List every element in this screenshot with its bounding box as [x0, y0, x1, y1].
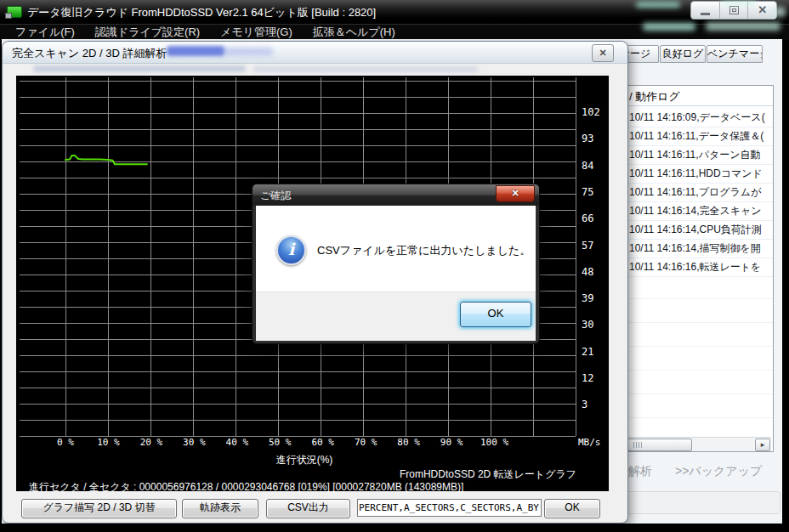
- y-axis-tick: 3: [582, 399, 609, 410]
- window-title: データ復旧クラウド FromHDDtoSSD Ver2.1 64ビット版 [Bu…: [27, 5, 376, 20]
- trace-display-button[interactable]: 軌跡表示: [182, 499, 258, 518]
- log-list: 10/11 14:16:09,データベース(10/11 14:16:11,データ…: [626, 108, 773, 431]
- y-axis-tick: 75: [582, 186, 609, 198]
- y-axis-tick: 84: [582, 160, 609, 172]
- redaction-smudge: [636, 2, 680, 8]
- dialog-close-button[interactable]: ✕: [496, 185, 535, 202]
- tab-good-log[interactable]: 良好ログ: [660, 45, 706, 63]
- dialog-title: ご確認: [260, 189, 291, 203]
- csv-export-button[interactable]: CSV出力: [266, 499, 350, 518]
- menu-drive-settings[interactable]: 認識ドライブ設定(R): [90, 25, 205, 40]
- redaction-smudge: [222, 48, 273, 55]
- info-icon: i: [276, 235, 306, 265]
- redaction-smudge: [167, 46, 224, 56]
- menu-memory[interactable]: メモリ管理(G): [215, 25, 298, 40]
- operation-log-panel: / 動作ログ 10/11 14:16:09,データベース(10/11 14:16…: [625, 85, 774, 452]
- scrollbar-grip-icon: [633, 442, 642, 448]
- divider: [626, 105, 773, 106]
- restore-icon: [729, 6, 739, 14]
- close-icon: ✕: [758, 3, 767, 18]
- empty-row-line: [626, 298, 773, 299]
- log-entry[interactable]: 10/11 14:16:14,完全スキャン: [626, 201, 774, 221]
- app-icon: [7, 6, 22, 18]
- redaction-smudge: [33, 65, 246, 72]
- link-backup[interactable]: >>バックアップ: [675, 464, 762, 479]
- y-axis-tick: 66: [582, 212, 609, 224]
- redaction-smudge: [706, 22, 780, 31]
- log-entry[interactable]: 10/11 14:16:14,描写制御を開: [626, 239, 774, 258]
- sector-progress-status: 進行セクタ / 全セクタ : 0000056976128 / 000029304…: [29, 480, 463, 495]
- x-axis-tick: 0 %: [47, 437, 84, 448]
- empty-row-line: [626, 370, 773, 371]
- empty-row-line: [626, 417, 773, 418]
- log-entry[interactable]: 10/11 14:16:09,データベース(: [626, 108, 774, 127]
- redaction-smudge: [774, 7, 786, 17]
- application-window: データ復旧クラウド FromHDDtoSSD Ver2.1 64ビット版 [Bu…: [0, 0, 789, 532]
- redaction-smudge: [721, 0, 757, 5]
- log-entry[interactable]: 10/11 14:16:16,転送レートを: [626, 258, 774, 277]
- y-axis-tick: 39: [582, 292, 609, 304]
- minimize-button[interactable]: [691, 2, 720, 19]
- dialog-footer: OK: [256, 291, 536, 341]
- toggle-2d3d-button[interactable]: グラフ描写 2D / 3D 切替: [21, 499, 177, 518]
- dialog-message: CSVファイルを正常に出力いたしました。: [317, 243, 531, 258]
- empty-row-line: [626, 346, 773, 347]
- redaction-smudge: [643, 23, 695, 31]
- scan-ok-button[interactable]: OK: [544, 499, 600, 518]
- x-axis-tick: 50 %: [261, 437, 298, 448]
- x-axis-tick: 60 %: [304, 437, 342, 448]
- scrollbar-right-arrow[interactable]: ▸: [755, 439, 770, 451]
- scrollbar-thumb[interactable]: [627, 439, 692, 451]
- x-axis-tick: 70 %: [347, 437, 384, 448]
- log-entry[interactable]: 10/11 14:16:11,プログラムが: [626, 183, 774, 202]
- link-analysis[interactable]: 解析: [628, 464, 652, 479]
- y-axis-tick: 48: [582, 266, 609, 278]
- scan-window-close-button[interactable]: ✕: [592, 44, 614, 62]
- log-entry[interactable]: 10/11 14:16:11,パターン自動: [626, 145, 774, 165]
- csv-columns-input[interactable]: [357, 499, 542, 517]
- tab-benchmark[interactable]: ベンチマーク: [707, 45, 763, 63]
- y-axis-tick: 93: [582, 133, 609, 144]
- y-axis-unit-label: MB/s: [578, 437, 601, 448]
- x-axis-tick: 100 %: [476, 437, 514, 448]
- confirmation-dialog: ご確認 ✕ i CSVファイルを正常に出力いたしました。 OK: [252, 184, 540, 344]
- x-axis-tick: 20 %: [133, 437, 170, 448]
- x-axis-tick: 40 %: [219, 437, 256, 448]
- menu-help[interactable]: 拡張＆ヘルプ(H): [308, 25, 400, 40]
- x-axis-tick: 80 %: [390, 437, 428, 448]
- log-entry[interactable]: 10/11 14:16:11,HDDコマンド: [626, 164, 774, 184]
- empty-row-line: [626, 322, 773, 323]
- x-axis-tick: 90 %: [433, 437, 470, 448]
- dialog-ok-button[interactable]: OK: [460, 302, 531, 327]
- y-axis-tick: 12: [582, 372, 609, 384]
- log-entry[interactable]: 10/11 14:16:11,データ保護＆(: [626, 127, 774, 146]
- x-axis-tick: 30 %: [175, 437, 213, 448]
- bottom-bar: [614, 491, 780, 514]
- x-axis-label: 進行状況(%): [236, 453, 372, 467]
- scan-window-title-bar: 完全スキャン 2D / 3D 詳細解析 ✕: [3, 42, 627, 64]
- log-entry[interactable]: 10/11 14:16:14,CPU負荷計測: [626, 220, 774, 240]
- empty-row-line: [626, 393, 773, 394]
- x-axis-tick: 10 %: [89, 437, 127, 448]
- scan-window-title: 完全スキャン 2D / 3D 詳細解析: [12, 46, 167, 61]
- log-panel-header: / 動作ログ: [629, 89, 680, 105]
- dialog-body: i CSVファイルを正常に出力いたしました。: [256, 206, 536, 291]
- y-axis-tick: 57: [582, 240, 609, 252]
- redaction-smudge: [253, 66, 479, 72]
- minimize-icon: [701, 13, 710, 15]
- menu-file[interactable]: ファイル(F): [10, 25, 80, 40]
- y-axis-tick: 102: [582, 106, 609, 118]
- y-axis-tick: 30: [582, 319, 609, 331]
- horizontal-scrollbar[interactable]: ▸: [626, 437, 771, 451]
- y-axis-tick: 21: [582, 346, 609, 358]
